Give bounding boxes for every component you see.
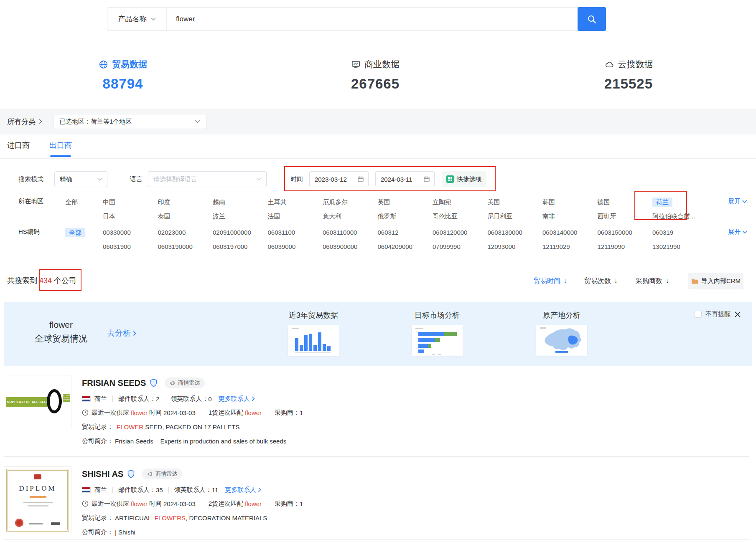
search-mode-select[interactable]: 精确 [54, 171, 107, 187]
tab-cloud-search-data[interactable]: 云搜数据 215525 [562, 58, 695, 92]
language-label: 语言 [130, 171, 143, 187]
region-option[interactable]: 韩国 [542, 198, 598, 207]
dismiss-checkbox[interactable] [695, 311, 702, 318]
breadcrumb-all-categories[interactable]: 所有分类 [7, 117, 42, 127]
region-option[interactable]: 波兰 [213, 212, 268, 221]
close-icon[interactable] [734, 311, 741, 318]
shield-icon [127, 470, 135, 478]
region-option[interactable]: 印度 [158, 198, 213, 207]
hscode-option[interactable]: 0603190000 [158, 242, 213, 251]
region-option[interactable]: 西班牙 [598, 212, 653, 221]
supply-date: 2024-03-03 [163, 500, 196, 507]
go-analyze-link[interactable]: 去分析 [107, 328, 137, 339]
region-option[interactable]: 尼日利亚 [488, 212, 543, 221]
trade-record-label: 贸易记录： [82, 514, 113, 522]
hscode-option[interactable]: 0603150000 [598, 228, 653, 237]
tab-business-data[interactable]: 商业数据 267665 [308, 58, 442, 92]
card-target-market[interactable]: 目标市场分析 [402, 310, 473, 356]
tab-exporters[interactable]: 出口商 [49, 140, 72, 157]
shield-icon [150, 379, 157, 387]
start-date-input[interactable]: 2023-03-12 [309, 171, 369, 187]
region-option[interactable]: 泰国 [158, 212, 213, 221]
hscode-option[interactable]: 0603120000 [433, 228, 488, 237]
region-option[interactable]: 荷兰 [652, 198, 672, 207]
hscode-options: 全部 0033000002023000020910000000603110006… [65, 228, 708, 251]
region-option[interactable]: 美国 [488, 198, 543, 207]
hscode-option[interactable]: 06039000 [268, 242, 323, 251]
hscode-option[interactable]: 12119029 [542, 242, 598, 251]
card-origin-analysis[interactable]: 原产地分析 [526, 310, 597, 356]
sort-trade-count[interactable]: 贸易次数↓ [584, 277, 618, 286]
region-option[interactable]: 意大利 [323, 212, 378, 221]
buyer-label: 采购商： [275, 409, 300, 417]
hscode-option[interactable]: 00330000 [103, 228, 158, 237]
hscode-option[interactable]: 12119090 [598, 242, 653, 251]
end-date-input[interactable]: 2024-03-11 [375, 171, 435, 187]
hscode-option[interactable]: 0603140000 [542, 228, 598, 237]
business-radar-badge[interactable]: 商情雷达 [142, 469, 182, 479]
hscode-option[interactable]: 0603130000 [488, 228, 543, 237]
hscode-option[interactable]: 0603110000 [323, 228, 378, 237]
buyer-label: 采购商： [275, 500, 300, 508]
hscode-option-all[interactable]: 全部 [65, 228, 85, 237]
tab-trade-data[interactable]: 贸易数据 88794 [56, 58, 190, 92]
trade-data-search-page: 产品名称 贸易数据 88794 商业数据 267665 云搜数据 215525 … [0, 0, 756, 542]
hscode-option[interactable]: 060319 [652, 228, 708, 237]
region-option[interactable]: 中国 [103, 198, 158, 207]
hscode-option[interactable]: 12093000 [488, 242, 543, 251]
more-contacts-link[interactable]: 更多联系人 [225, 486, 261, 494]
chevron-down-icon [257, 178, 261, 181]
company-logo[interactable]: DIPLOM [4, 466, 71, 534]
business-radar-badge[interactable]: 商情雷达 [165, 377, 205, 388]
region-option[interactable]: 土耳其 [268, 198, 323, 207]
company-intro-text: Frisian Seeds – Experts in production an… [115, 438, 286, 445]
hscode-option[interactable]: 02091000000 [213, 228, 268, 237]
search-input[interactable] [167, 8, 578, 30]
more-contacts-link[interactable]: 更多联系人 [219, 395, 255, 403]
hscode-option[interactable]: 060312 [378, 228, 433, 237]
region-option[interactable]: 哥伦比亚 [433, 212, 488, 221]
quick-options-button[interactable]: 快捷选项 [442, 171, 486, 187]
hscode-option[interactable]: 0603197000 [213, 242, 268, 251]
tab-importers[interactable]: 进口商 [7, 140, 30, 157]
trade-record-highlight: FLOWER [117, 423, 143, 431]
region-option[interactable]: 法国 [268, 212, 323, 221]
logo-tag-text: FLOWER BLEND EXPERTS [63, 394, 70, 402]
hscode-option[interactable]: 13021990 [652, 242, 708, 251]
region-option[interactable]: 南非 [542, 212, 598, 221]
sort-buyer-count[interactable]: 采购商数↓ [636, 277, 669, 286]
card-trade-3yr[interactable]: 近3年贸易数据 [278, 310, 349, 356]
region-expand-link[interactable]: 展开 [728, 198, 747, 205]
company-name[interactable]: SHISHI AS [82, 469, 123, 479]
trade-record-post: SEED, PACKED ON 17 PALLETS [143, 423, 239, 431]
region-option[interactable]: 德国 [598, 198, 653, 207]
search-type-label: 产品名称 [118, 14, 147, 24]
hscode-expand-link[interactable]: 展开 [728, 228, 747, 236]
region-option[interactable]: 阿拉伯联合酋... [652, 212, 708, 221]
hscode-option[interactable]: 07099990 [433, 242, 488, 251]
hscode-option[interactable]: 06031100 [268, 228, 323, 237]
selected-region-dropdown[interactable]: 已选地区：荷兰等1个地区 [53, 114, 206, 129]
language-select[interactable]: 请选择翻译语言 [148, 171, 267, 187]
region-option-all[interactable]: 全部 [65, 198, 103, 207]
sort-trade-time[interactable]: 贸易时间↓ [534, 277, 567, 286]
company-name[interactable]: FRISIAN SEEDS [82, 378, 146, 388]
shipment-match: 2货运次匹配 [209, 500, 243, 508]
region-option[interactable]: 俄罗斯 [378, 212, 433, 221]
region-option[interactable]: 越南 [213, 198, 268, 207]
hscode-option[interactable]: 0604209000 [378, 242, 433, 251]
region-option[interactable]: 日本 [103, 212, 158, 221]
dismiss-label: 不再提醒 [705, 310, 731, 318]
search-button[interactable] [578, 7, 606, 31]
search-type-dropdown[interactable]: 产品名称 [107, 8, 167, 30]
stat-value: 88794 [56, 76, 190, 92]
hscode-option[interactable]: 02023000 [158, 228, 213, 237]
region-option[interactable]: 英国 [378, 198, 433, 207]
region-option[interactable]: 厄瓜多尔 [323, 198, 378, 207]
company-logo[interactable]: SUPPLIER OF ALL SEEDS FLOWER BLEND EXPER… [4, 375, 71, 429]
import-crm-button[interactable]: 导入内部CRM [688, 273, 743, 289]
grid-spacer [65, 212, 103, 221]
hscode-option[interactable]: 0603900000 [323, 242, 378, 251]
region-option[interactable]: 立陶宛 [433, 198, 488, 207]
hscode-option[interactable]: 06031900 [103, 242, 158, 251]
